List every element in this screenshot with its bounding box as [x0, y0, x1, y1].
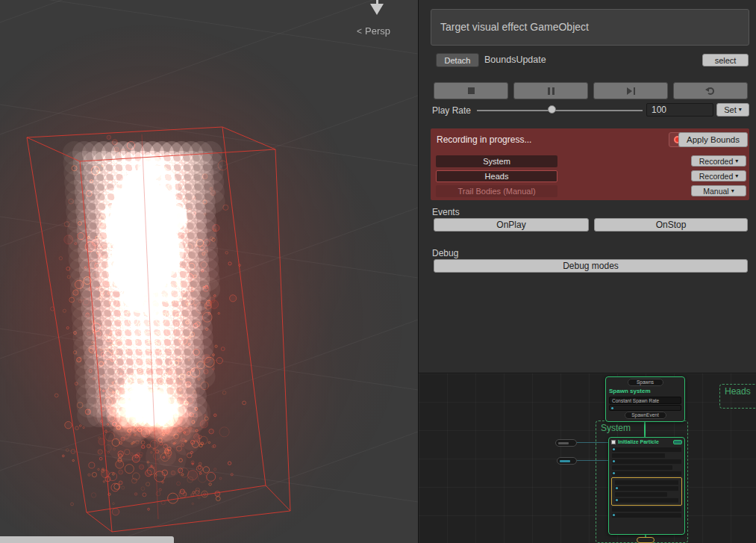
debug-modes-button[interactable]: Debug modes — [434, 259, 748, 273]
port-spawns[interactable]: Spawns — [628, 379, 663, 386]
parameter-node[interactable] — [557, 457, 577, 465]
selected-block[interactable] — [611, 477, 682, 506]
restart-icon — [707, 87, 714, 95]
play-rate-slider-thumb[interactable] — [548, 105, 556, 114]
onplay-button[interactable]: OnPlay — [434, 218, 589, 232]
parameter-bar — [558, 442, 569, 444]
bounds-mode-trail-bodies[interactable]: Manual ▾ — [691, 185, 746, 196]
pause-icon — [548, 87, 554, 95]
play-rate-slider-track[interactable] — [477, 110, 643, 111]
chevron-down-icon: ▾ — [739, 107, 742, 113]
view-gizmo-cone-icon[interactable] — [370, 4, 384, 15]
pause-button[interactable] — [513, 82, 588, 99]
chevron-down-icon: ▾ — [731, 188, 734, 194]
init-node-title: Initialize Particle — [618, 439, 659, 444]
bounds-row-heads[interactable]: Heads — [436, 170, 557, 182]
bounds-row-trail-bodies[interactable]: Trail Bodies (Manual) — [436, 185, 557, 197]
play-rate-field[interactable] — [646, 103, 713, 117]
detach-button[interactable]: Detach — [436, 53, 479, 67]
mode-label: Recorded — [699, 157, 734, 166]
node-initialize-particle[interactable]: Initialize Particle — [608, 437, 685, 535]
block-row[interactable] — [615, 492, 667, 497]
edge-parameter — [577, 442, 608, 443]
set-label: Set — [724, 105, 737, 114]
set-rate-button[interactable]: Set ▾ — [716, 103, 749, 117]
onstop-button[interactable]: OnStop — [594, 218, 748, 232]
persp-mode-button[interactable]: <Persp — [357, 25, 390, 37]
chevron-down-icon: ▾ — [735, 158, 738, 164]
spawn-rate-dropdown[interactable]: Constant Spawn Rate — [609, 397, 681, 404]
recording-status: Recording in progress... — [437, 134, 531, 145]
recording-section: Recording in progress... Apply Bounds Sy… — [431, 128, 749, 200]
debug-label: Debug — [432, 248, 458, 258]
step-icon — [627, 87, 635, 95]
init-property-row[interactable] — [612, 507, 681, 512]
group-label-heads: Heads — [725, 386, 751, 397]
apply-bounds-button[interactable]: Apply Bounds — [678, 132, 748, 147]
group-label-system: System — [601, 423, 631, 433]
init-property-row[interactable] — [612, 513, 681, 518]
spawn-rate-port-row[interactable] — [609, 405, 681, 411]
scene-toolbar-strip — [0, 536, 174, 543]
scene-render — [0, 0, 418, 543]
persp-label: Persp — [365, 25, 390, 37]
panel-title: Target visual effect GameObject — [431, 9, 749, 46]
mode-label: Manual — [703, 187, 728, 196]
graph-group-heads[interactable]: Heads — [719, 384, 756, 409]
enabled-checkbox[interactable] — [611, 440, 616, 444]
mode-label: Recorded — [699, 172, 734, 181]
right-column: Heads System Spawns Spawn system Constan… — [418, 0, 756, 543]
restart-button[interactable] — [673, 82, 748, 99]
vfx-control-panel: Target visual effect GameObject Detach B… — [419, 0, 756, 373]
block-row[interactable] — [615, 480, 678, 485]
edge-parameter — [577, 460, 608, 461]
vfx-editor-window: <Persp Heads System Spawns Spawn system … — [0, 0, 756, 543]
step-button[interactable] — [593, 82, 668, 99]
play-rate-label: Play Rate — [432, 105, 471, 116]
init-property-row[interactable] — [612, 459, 681, 464]
parameter-node[interactable] — [555, 439, 577, 447]
stop-button[interactable] — [434, 82, 508, 99]
node-spawn-system[interactable]: Spawns Spawn system Constant Spawn Rate … — [605, 376, 685, 422]
init-property-row[interactable] — [612, 465, 672, 470]
init-property-row[interactable] — [612, 453, 665, 458]
transport-controls — [434, 82, 748, 99]
target-gameobject-name: BoundsUpdate — [484, 55, 546, 65]
init-property-row[interactable] — [612, 447, 681, 452]
init-node-header: Initialize Particle — [609, 438, 684, 446]
select-button[interactable]: select — [702, 54, 749, 66]
bounds-mode-heads[interactable]: Recorded ▾ — [691, 170, 746, 181]
spawn-node-title: Spawn system — [606, 387, 684, 396]
block-row[interactable] — [615, 486, 678, 491]
bounds-mode-system[interactable]: Recorded ▾ — [691, 155, 746, 167]
persp-arrow-icon: < — [357, 26, 362, 37]
stop-icon — [468, 87, 475, 94]
port-spawnevent[interactable]: SpawnEvent — [625, 412, 666, 419]
block-row[interactable] — [615, 498, 678, 503]
init-property-row[interactable] — [612, 471, 681, 476]
scene-viewport[interactable]: <Persp — [0, 0, 418, 543]
chevron-down-icon: ▾ — [735, 173, 738, 179]
bounds-row-system[interactable]: System — [436, 155, 557, 167]
capacity-chip — [673, 440, 682, 444]
parameter-bar — [560, 460, 570, 462]
events-label: Events — [432, 207, 460, 217]
node-update-stub[interactable] — [637, 537, 655, 543]
vfx-graph-canvas[interactable]: Heads System Spawns Spawn system Constan… — [419, 373, 756, 543]
